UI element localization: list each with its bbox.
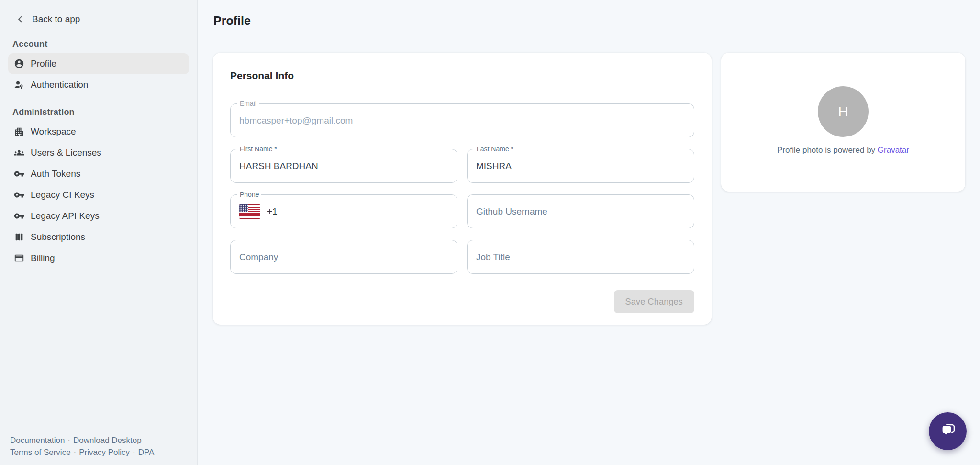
sidebar-item-label: Legacy API Keys bbox=[31, 211, 100, 221]
page-title: Profile bbox=[213, 14, 251, 28]
github-username-field bbox=[467, 194, 694, 228]
sidebar-item-label: Subscriptions bbox=[31, 232, 85, 242]
email-label: Email bbox=[237, 99, 259, 108]
company-field bbox=[230, 240, 457, 274]
documentation-link[interactable]: Documentation bbox=[10, 436, 65, 445]
job-title-field bbox=[467, 240, 694, 274]
footer-separator: · bbox=[65, 436, 73, 445]
footer-row-2: Terms of Service·Privacy Policy·DPA bbox=[10, 446, 154, 458]
app-window: Back to app Account Profile Authenticati… bbox=[0, 0, 980, 465]
sidebar-item-label: Authentication bbox=[31, 79, 88, 90]
sidebar-item-label: Profile bbox=[31, 58, 56, 69]
job-title-input[interactable] bbox=[476, 252, 685, 262]
section-header-administration: Administration bbox=[12, 107, 197, 117]
personal-info-title: Personal Info bbox=[230, 70, 694, 81]
personal-info-form: Email First Name * Last Name * Phone bbox=[230, 103, 694, 274]
sidebar-item-label: Users & Licenses bbox=[31, 147, 101, 158]
gravatar-caption: Profile photo is powered by Gravatar bbox=[777, 146, 909, 155]
gravatar-link[interactable]: Gravatar bbox=[878, 146, 909, 155]
chevron-left-icon bbox=[14, 13, 26, 25]
back-to-app-label: Back to app bbox=[32, 14, 80, 24]
first-name-input[interactable] bbox=[239, 161, 448, 171]
dial-code: +1 bbox=[267, 206, 278, 217]
key-icon bbox=[14, 211, 24, 221]
back-to-app-button[interactable]: Back to app bbox=[0, 0, 197, 25]
sidebar-item-legacy-ci-keys[interactable]: Legacy CI Keys bbox=[8, 184, 189, 205]
sidebar-item-workspace[interactable]: Workspace bbox=[8, 121, 189, 142]
phone-label: Phone bbox=[237, 190, 261, 199]
building-icon bbox=[14, 126, 24, 137]
phone-field: Phone +1 bbox=[230, 194, 457, 228]
section-header-account: Account bbox=[12, 39, 197, 49]
save-changes-button[interactable]: Save Changes bbox=[614, 290, 694, 313]
sidebar-item-legacy-api-keys[interactable]: Legacy API Keys bbox=[8, 205, 189, 227]
us-flag-icon country-selector[interactable] bbox=[239, 204, 260, 219]
sidebar-item-billing[interactable]: Billing bbox=[8, 248, 189, 269]
columns-icon bbox=[14, 232, 24, 242]
sidebar-item-label: Billing bbox=[31, 253, 55, 263]
sidebar-item-profile[interactable]: Profile bbox=[8, 53, 189, 74]
last-name-input[interactable] bbox=[476, 161, 685, 171]
email-input bbox=[239, 115, 685, 126]
key-icon bbox=[14, 169, 24, 179]
terms-of-service-link[interactable]: Terms of Service bbox=[10, 448, 71, 457]
footer-separator: · bbox=[130, 448, 138, 457]
people-group-icon bbox=[14, 147, 24, 158]
person-key-icon bbox=[14, 79, 24, 90]
gravatar-caption-text: Profile photo is powered by bbox=[777, 146, 878, 155]
avatar: H bbox=[818, 86, 869, 137]
content-row: Personal Info Email First Name * Last Na… bbox=[198, 42, 980, 325]
email-field: Email bbox=[230, 103, 694, 137]
sidebar-item-label: Workspace bbox=[31, 126, 76, 137]
form-actions: Save Changes bbox=[230, 290, 694, 313]
sidebar-item-label: Legacy CI Keys bbox=[31, 190, 94, 200]
personal-info-card: Personal Info Email First Name * Last Na… bbox=[213, 53, 712, 325]
sidebar-item-authentication[interactable]: Authentication bbox=[8, 74, 189, 95]
sidebar-item-subscriptions[interactable]: Subscriptions bbox=[8, 227, 189, 248]
sidebar-item-label: Auth Tokens bbox=[31, 169, 80, 179]
phone-input[interactable] bbox=[282, 206, 448, 217]
main-area: Profile Personal Info Email First Name * bbox=[198, 0, 980, 465]
dpa-link[interactable]: DPA bbox=[138, 448, 155, 457]
sidebar-footer: Documentation·Download Desktop Terms of … bbox=[10, 434, 154, 458]
privacy-policy-link[interactable]: Privacy Policy bbox=[79, 448, 130, 457]
footer-separator: · bbox=[71, 448, 79, 457]
credit-card-icon bbox=[14, 253, 24, 263]
person-circle-icon bbox=[14, 58, 24, 69]
download-desktop-link[interactable]: Download Desktop bbox=[73, 436, 142, 445]
settings-sidebar: Back to app Account Profile Authenticati… bbox=[0, 0, 198, 465]
profile-photo-card: H Profile photo is powered by Gravatar bbox=[721, 53, 965, 192]
last-name-label: Last Name * bbox=[474, 145, 516, 154]
first-name-label: First Name * bbox=[237, 145, 279, 154]
sidebar-item-auth-tokens[interactable]: Auth Tokens bbox=[8, 163, 189, 184]
chat-bubbles-icon bbox=[938, 421, 958, 442]
last-name-field: Last Name * bbox=[467, 149, 694, 183]
sidebar-item-users-licenses[interactable]: Users & Licenses bbox=[8, 142, 189, 163]
page-header: Profile bbox=[198, 0, 980, 42]
footer-row-1: Documentation·Download Desktop bbox=[10, 434, 154, 446]
company-input[interactable] bbox=[239, 252, 448, 262]
github-username-input[interactable] bbox=[476, 206, 685, 217]
first-name-field: First Name * bbox=[230, 149, 457, 183]
chat-widget-button[interactable] bbox=[929, 412, 967, 450]
key-icon bbox=[14, 190, 24, 200]
